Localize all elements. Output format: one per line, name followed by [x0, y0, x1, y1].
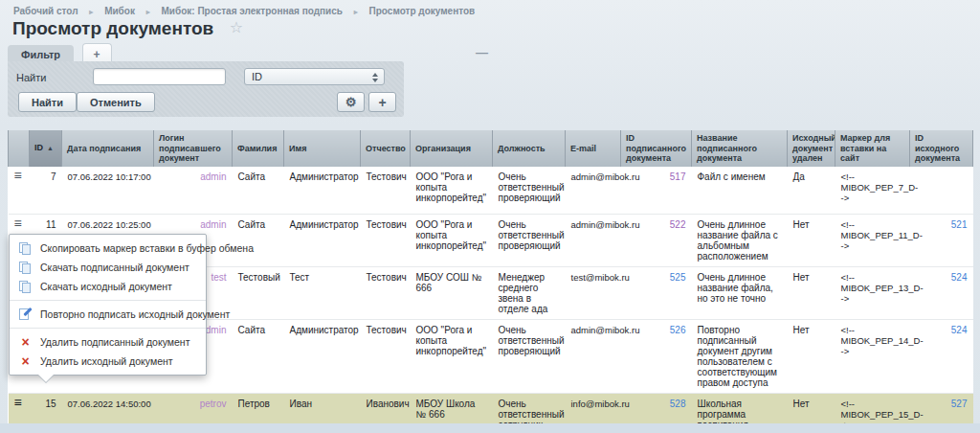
filter-field-select-value: ID — [252, 71, 262, 82]
col-header-source-deleted[interactable]: Исходный документ удален — [788, 130, 835, 167]
cell-signed-doc-name: Повторно подписанный документ другим пол… — [692, 320, 788, 394]
login-link[interactable]: petrov — [200, 399, 227, 409]
signed-doc-id-link[interactable]: 522 — [670, 219, 686, 230]
search-input[interactable] — [93, 68, 226, 85]
col-header-marker[interactable]: Маркер для вставки на сайт — [835, 130, 910, 167]
menu-separator — [10, 300, 206, 301]
menu-item-delete-source[interactable]: Удалить исходный документ — [10, 352, 206, 371]
col-header-email[interactable]: E-mail — [566, 130, 621, 167]
cell-lastname: Сайта — [233, 215, 284, 267]
menu-item-download-source[interactable]: Скачать исходный документ — [10, 277, 206, 296]
cell-position: Очень ответственный проверяющий — [493, 320, 566, 394]
cancel-button[interactable]: Отменить — [77, 92, 155, 112]
menu-item-resign-source[interactable]: Повторно подписать исходный документ — [10, 305, 206, 324]
login-link[interactable]: test — [211, 272, 226, 283]
hamburger-icon[interactable]: ≡ — [14, 216, 22, 231]
col-header-lastname[interactable]: Фамилия — [233, 130, 284, 167]
login-link[interactable]: admin — [200, 219, 226, 230]
breadcrumb-item-module[interactable]: Мибок: Простая электронная подпись — [162, 6, 343, 16]
login-link[interactable]: admin — [200, 171, 226, 182]
find-button[interactable]: Найти — [18, 92, 77, 112]
row-context-menu: Скопировать маркер вставки в буфер обмен… — [9, 234, 207, 376]
col-header-login[interactable]: Логин подписавшего документ — [154, 130, 233, 167]
col-header-row-menu — [9, 130, 30, 167]
source-doc-id-link[interactable]: 527 — [951, 399, 968, 409]
cell-source-deleted: Нет — [788, 215, 835, 267]
col-header-signed-doc-id[interactable]: ID подписанного документа — [621, 130, 692, 167]
signed-doc-id-link[interactable]: 517 — [670, 171, 686, 182]
col-header-middlename[interactable]: Отчество — [361, 130, 411, 167]
breadcrumb-item-mibok[interactable]: Мибок — [104, 6, 135, 16]
source-doc-id-link[interactable]: 521 — [951, 219, 968, 230]
cell-position: Очень ответственный проверяющий — [493, 215, 566, 267]
menu-item-label: Скачать подписанный документ — [40, 262, 189, 273]
chevron-right-icon: ▸ — [354, 8, 358, 16]
menu-item-label: Скачать исходный документ — [40, 281, 172, 292]
cell-id: 7 — [30, 167, 62, 215]
cell-firstname: Администратор — [284, 320, 361, 394]
menu-item-delete-signed[interactable]: Удалить подписанный документ — [10, 332, 206, 352]
col-header-firstname[interactable]: Имя — [284, 130, 361, 167]
chevron-right-icon: ▸ — [89, 8, 93, 16]
breadcrumb-item-desktop[interactable]: Рабочий стол — [13, 6, 78, 16]
signed-doc-id-link[interactable]: 525 — [670, 272, 686, 283]
menu-item-label: Удалить исходный документ — [40, 355, 173, 367]
cell-source-deleted: Нет — [788, 267, 835, 320]
select-spinner-icon — [372, 73, 378, 82]
star-icon[interactable]: ☆ — [230, 19, 243, 35]
cell-source-deleted: Нет — [788, 320, 835, 394]
filter-panel: Найти ID Найти Отменить ⚙ + — [8, 61, 404, 117]
menu-item-download-signed[interactable]: Скачать подписанный документ — [10, 258, 206, 277]
menu-item-label: Повторно подписать исходный документ — [40, 308, 230, 320]
breadcrumb-item-current: Просмотр документов — [369, 6, 476, 16]
cell-org: МБОУ СОШ № 666 — [411, 267, 493, 320]
cell-position: Очень ответственный проверяющий — [493, 167, 566, 215]
hamburger-icon[interactable]: ≡ — [14, 395, 22, 410]
cell-org: ООО "Рога и копыта инкорпорейтед" — [411, 320, 493, 394]
col-header-org[interactable]: Организация — [411, 130, 493, 167]
table-row: ≡ 7 07.06.2022 10:17:00 admin Сайта Адми… — [9, 167, 973, 215]
col-header-source-doc-id[interactable]: ID исходного документа — [910, 130, 973, 167]
breadcrumb: Рабочий стол ▸ Мибок ▸ Мибок: Простая эл… — [13, 6, 475, 16]
cell-signed-doc-name: Очень длинное название файла с альбомным… — [692, 215, 788, 267]
cell-signed-doc-name: Очень длинное название файла, но это не … — [692, 267, 788, 320]
gear-icon[interactable]: ⚙ — [337, 92, 365, 112]
copy-icon — [19, 242, 32, 254]
col-header-id[interactable]: ID▲ — [30, 130, 62, 167]
filter-field-select[interactable]: ID — [244, 68, 385, 85]
cell-firstname: Тест — [284, 267, 361, 320]
cell-org: ООО "Рога и копыта инкорпорейтед" — [411, 215, 493, 267]
cell-org: ООО "Рога и копыта инкорпорейтед" — [411, 167, 493, 215]
signed-doc-id-link[interactable]: 528 — [670, 399, 686, 409]
col-header-signed-doc-name[interactable]: Название подписанного документа — [692, 130, 788, 167]
source-doc-id-link[interactable]: 524 — [951, 272, 968, 283]
menu-item-label: Удалить подписанный документ — [40, 336, 189, 348]
page-title: Просмотр документов — [12, 18, 213, 38]
cell-middlename: Тестович — [361, 267, 411, 320]
cell-source-deleted: Да — [788, 167, 835, 215]
source-doc-id-link[interactable]: 524 — [951, 325, 968, 335]
cell-lastname: Тестовый — [233, 267, 284, 320]
collapse-filter-icon[interactable]: — — [476, 45, 488, 59]
menu-item-copy-marker[interactable]: Скопировать маркер вставки в буфер обмен… — [10, 239, 206, 258]
cell-middlename: Тестович — [361, 167, 411, 215]
cell-marker: <!-- MIBOK_PEP_7_D--> — [835, 167, 910, 215]
cell-middlename: Тестович — [361, 320, 411, 394]
chevron-right-icon: ▸ — [146, 8, 150, 16]
cell-marker: <!-- MIBOK_PEP_13_D--> — [835, 267, 910, 320]
signed-doc-id-link[interactable]: 526 — [670, 325, 686, 335]
col-header-position[interactable]: Должность — [493, 130, 566, 167]
col-header-date[interactable]: Дата подписания — [62, 130, 154, 167]
cell-email: test@mibok.ru — [566, 267, 621, 320]
hamburger-icon[interactable]: ≡ — [14, 168, 22, 183]
copy-icon — [19, 262, 32, 273]
search-label: Найти — [16, 72, 46, 83]
delete-icon — [19, 355, 32, 367]
cell-marker: <!-- MIBOK_PEP_11_D--> — [835, 215, 910, 267]
cell-position: Менеджер среднего звена в отделе ада — [493, 267, 566, 320]
footer-strip — [0, 423, 980, 433]
plus-icon[interactable]: + — [368, 92, 396, 112]
cell-date: 07.06.2022 10:17:00 — [62, 167, 154, 215]
menu-separator — [10, 328, 206, 329]
cell-lastname: Сайта — [233, 320, 284, 394]
